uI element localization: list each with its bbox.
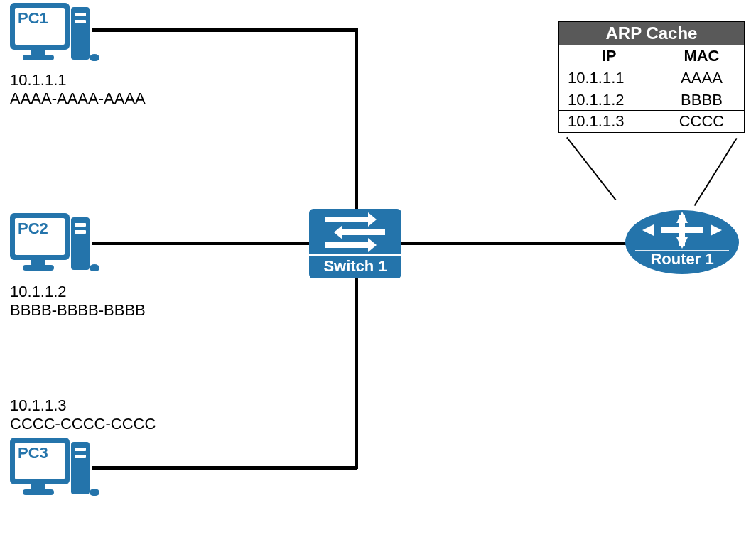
pc1-ip-label: 10.1.1.1	[10, 71, 67, 90]
wire-pc1	[92, 28, 357, 32]
router1-icon: Router 1	[625, 210, 739, 288]
arp-row: 10.1.1.1 AAAA	[559, 67, 745, 90]
pc2-ip-label: 10.1.1.2	[10, 283, 67, 301]
arp-col-mac: MAC	[659, 45, 744, 67]
wire-pc3	[92, 466, 357, 470]
pc2-name: PC2	[15, 218, 65, 255]
arp-ip: 10.1.1.1	[559, 67, 659, 90]
pc3-mac-label: CCCC-CCCC-CCCC	[10, 415, 156, 433]
callout-line-left	[566, 137, 617, 200]
switch1-icon: Switch 1	[309, 209, 401, 278]
pc1-mac-label: AAAA-AAAA-AAAA	[10, 90, 146, 108]
callout-line-right	[694, 138, 738, 206]
switch-arrows-icon	[309, 209, 401, 254]
pc1-name: PC1	[15, 8, 65, 45]
arp-ip: 10.1.1.2	[559, 89, 659, 111]
arp-mac: AAAA	[659, 67, 744, 90]
arp-ip: 10.1.1.3	[559, 111, 659, 133]
pc3-ip-label: 10.1.1.3	[10, 396, 67, 415]
arp-col-ip: IP	[559, 45, 659, 67]
pc2-mac-label: BBBB-BBBB-BBBB	[10, 301, 146, 320]
arp-mac: BBBB	[659, 89, 744, 111]
router1-label: Router 1	[625, 250, 739, 268]
arp-cache-table: ARP Cache IP MAC 10.1.1.1 AAAA 10.1.1.2 …	[558, 21, 745, 133]
switch1-label: Switch 1	[309, 254, 401, 278]
pc3-icon: PC3	[10, 438, 95, 516]
diagram-canvas: PC1 10.1.1.1 AAAA-AAAA-AAAA PC2 10.1.1.2…	[0, 0, 756, 537]
pc2-icon: PC2	[10, 213, 95, 291]
router-arrows-icon	[625, 210, 739, 250]
pc1-icon: PC1	[10, 3, 95, 81]
arp-title: ARP Cache	[559, 22, 745, 45]
arp-mac: CCCC	[659, 111, 744, 133]
arp-row: 10.1.1.2 BBBB	[559, 89, 745, 111]
arp-row: 10.1.1.3 CCCC	[559, 111, 745, 133]
pc3-name: PC3	[15, 443, 65, 479]
